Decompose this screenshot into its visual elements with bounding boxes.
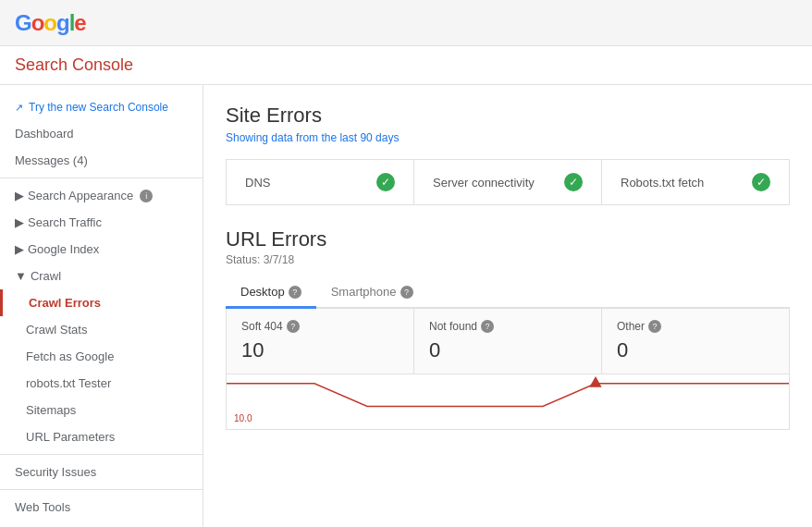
soft404-value: 10 <box>241 338 399 362</box>
arrow-icon: ▶ <box>15 242 24 256</box>
divider <box>0 454 203 455</box>
sidebar-item-dashboard[interactable]: Dashboard <box>0 120 203 147</box>
server-connectivity-card[interactable]: Server connectivity ✓ <box>414 160 602 204</box>
notfound-help-icon[interactable]: ? <box>481 320 494 333</box>
divider <box>0 178 203 178</box>
divider <box>0 489 203 490</box>
tab-desktop[interactable]: Desktop ? <box>226 277 316 309</box>
notfound-value: 0 <box>429 338 586 362</box>
app-title: Search Console <box>15 55 133 75</box>
url-errors-section: URL Errors Status: 3/7/18 Desktop ? Smar… <box>226 227 790 430</box>
other-title: Other ? <box>617 320 774 333</box>
sidebar-item-try-new[interactable]: ↗ Try the new Search Console <box>0 94 203 120</box>
sidebar-item-sitemaps[interactable]: Sitemaps <box>0 397 203 423</box>
arrow-icon: ▶ <box>15 215 24 229</box>
url-errors-tabs: Desktop ? Smartphone ? <box>226 277 790 309</box>
site-errors-subtitle: Showing data from the last 90 days <box>226 131 790 144</box>
soft404-card[interactable]: Soft 404 ? 10 <box>227 309 414 374</box>
other-help-icon[interactable]: ? <box>648 320 661 333</box>
sidebar-item-web-tools[interactable]: Web Tools <box>0 494 203 521</box>
sidebar-item-robots-tester[interactable]: robots.txt Tester <box>0 370 203 397</box>
sidebar: ↗ Try the new Search Console Dashboard M… <box>0 85 203 527</box>
external-link-icon: ↗ <box>15 102 23 114</box>
desktop-help-icon[interactable]: ? <box>289 286 301 299</box>
sidebar-item-crawl-errors[interactable]: Crawl Errors <box>0 289 203 316</box>
main-layout: ↗ Try the new Search Console Dashboard M… <box>0 85 812 527</box>
chart-label: 10.0 <box>234 413 252 423</box>
soft404-title: Soft 404 ? <box>241 320 399 333</box>
sidebar-item-fetch-as-google[interactable]: Fetch as Google <box>0 343 203 370</box>
sidebar-item-search-traffic[interactable]: ▶ Search Traffic <box>0 209 203 236</box>
site-errors-title: Site Errors <box>226 104 790 128</box>
sidebar-item-crawl-stats[interactable]: Crawl Stats <box>0 316 203 343</box>
site-error-cards: DNS ✓ Server connectivity ✓ Robots.txt f… <box>226 159 790 205</box>
tab-desktop-label: Desktop <box>240 285 285 299</box>
server-connectivity-label: Server connectivity <box>433 176 535 190</box>
url-errors-status: Status: 3/7/18 <box>226 253 790 266</box>
server-check-icon: ✓ <box>564 173 583 191</box>
dns-label: DNS <box>245 176 270 190</box>
url-errors-title: URL Errors <box>226 227 790 251</box>
chart-area: 10.0 <box>226 374 790 430</box>
tab-smartphone[interactable]: Smartphone ? <box>316 277 428 309</box>
sidebar-item-google-index[interactable]: ▶ Google Index <box>0 236 203 263</box>
robots-fetch-card[interactable]: Robots.txt fetch ✓ <box>602 160 789 204</box>
sidebar-item-url-parameters[interactable]: URL Parameters <box>0 423 203 450</box>
dns-card[interactable]: DNS ✓ <box>227 160 414 204</box>
smartphone-help-icon[interactable]: ? <box>400 286 413 299</box>
soft404-help-icon[interactable]: ? <box>287 320 300 333</box>
app-header: Google <box>0 0 812 46</box>
arrow-icon: ▶ <box>15 189 24 202</box>
chart-svg <box>227 374 789 429</box>
sidebar-item-messages[interactable]: Messages (4) <box>0 147 203 174</box>
sub-header: Search Console <box>0 46 812 85</box>
google-logo: Google <box>15 10 86 36</box>
sidebar-item-search-appearance[interactable]: ▶ Search Appearance i <box>0 182 203 209</box>
error-count-cards: Soft 404 ? 10 Not found ? 0 Other ? <box>226 309 790 374</box>
other-value: 0 <box>617 338 774 362</box>
tab-smartphone-label: Smartphone <box>331 285 397 299</box>
dns-check-icon: ✓ <box>376 173 395 191</box>
sidebar-item-security-issues[interactable]: Security Issues <box>0 459 203 485</box>
other-card[interactable]: Other ? 0 <box>602 309 789 374</box>
robots-fetch-label: Robots.txt fetch <box>621 176 704 190</box>
arrow-down-icon: ▼ <box>15 269 27 283</box>
site-errors-section: Site Errors Showing data from the last 9… <box>226 104 790 205</box>
main-content: Site Errors Showing data from the last 9… <box>203 85 812 527</box>
svg-marker-0 <box>589 376 601 387</box>
robots-check-icon: ✓ <box>752 173 770 191</box>
notfound-title: Not found ? <box>429 320 586 333</box>
sidebar-item-crawl[interactable]: ▼ Crawl <box>0 263 203 289</box>
notfound-card[interactable]: Not found ? 0 <box>414 309 602 374</box>
info-icon: i <box>140 190 153 202</box>
